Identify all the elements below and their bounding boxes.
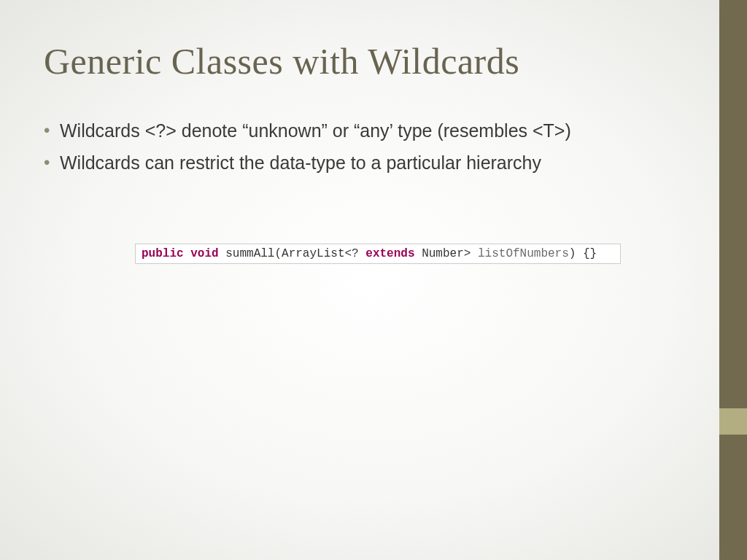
bullet-list: Wildcards <?> denote “unknown” or “any’ … [44, 117, 703, 176]
code-param: listOfNumbers [478, 247, 569, 260]
code-punct: > [464, 247, 471, 260]
code-punct: ( [274, 247, 282, 260]
code-keyword: extends [365, 247, 414, 260]
code-snippet: public void summAll(ArrayList<? extends … [135, 244, 621, 264]
code-method: summAll [225, 247, 274, 260]
side-stripe [719, 0, 747, 560]
code-punct: ) {} [569, 247, 597, 260]
code-punct: < [344, 247, 352, 260]
bullet-item: Wildcards can restrict the data-type to … [60, 149, 703, 177]
code-type: ArrayList [282, 247, 344, 260]
code-punct: ? [352, 247, 359, 260]
code-keyword: public [142, 247, 184, 260]
code-type: Number [422, 247, 464, 260]
code-keyword: void [190, 247, 218, 260]
slide-content: Generic Classes with Wildcards Wildcards… [0, 0, 747, 264]
side-accent-block [719, 408, 747, 435]
bullet-item: Wildcards <?> denote “unknown” or “any’ … [60, 117, 703, 145]
slide-title: Generic Classes with Wildcards [44, 40, 703, 82]
